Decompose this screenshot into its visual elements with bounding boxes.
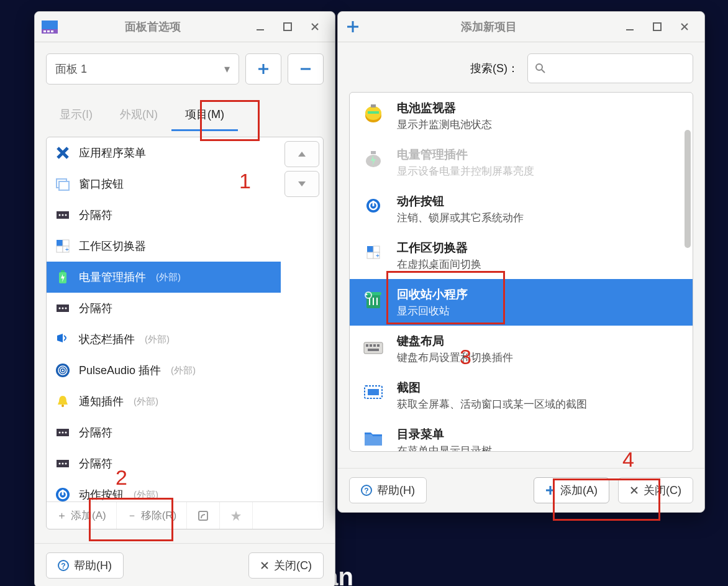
svg-rect-45 bbox=[653, 23, 661, 30]
svg-point-30 bbox=[59, 432, 61, 434]
available-item[interactable]: +工作区切换器在虚拟桌面间切换 bbox=[350, 232, 693, 279]
available-item[interactable]: 回收站小程序显示回收站 bbox=[350, 279, 693, 326]
list-item[interactable]: 窗口按钮 bbox=[47, 168, 281, 199]
svg-rect-14 bbox=[63, 240, 69, 246]
list-item[interactable]: 分隔符 bbox=[47, 417, 281, 448]
maximize-button[interactable] bbox=[644, 17, 671, 37]
close-label: 关闭(C) bbox=[644, 483, 681, 498]
items-frame: 应用程序菜单窗口按钮分隔符+工作区切换器电量管理插件(外部)分隔符状态栏插件(外… bbox=[46, 137, 324, 529]
svg-rect-52 bbox=[371, 151, 376, 154]
sep-icon bbox=[54, 455, 71, 472]
list-item[interactable]: 分隔符 bbox=[47, 293, 281, 324]
item-title: 回收站小程序 bbox=[397, 286, 468, 303]
close-label: 关闭(C) bbox=[274, 558, 312, 573]
panel-add-button[interactable] bbox=[245, 53, 281, 85]
plus-icon bbox=[258, 63, 269, 75]
list-item[interactable]: +工作区切换器 bbox=[47, 231, 281, 262]
svg-point-27 bbox=[62, 370, 64, 372]
item-label: 分隔符 bbox=[79, 301, 112, 316]
item-desc: 注销、锁屏或其它系统动作 bbox=[397, 211, 524, 225]
minimize-button[interactable] bbox=[616, 17, 644, 37]
add-label: 添加(A) bbox=[560, 483, 598, 498]
list-item[interactable]: PulseAudio 插件(外部) bbox=[47, 355, 281, 386]
items-list[interactable]: 应用程序菜单窗口按钮分隔符+工作区切换器电量管理插件(外部)分隔符状态栏插件(外… bbox=[47, 137, 281, 501]
batt-icon bbox=[361, 100, 386, 125]
move-up-button[interactable] bbox=[284, 141, 319, 167]
tab-appearance[interactable]: 外观(N) bbox=[106, 99, 171, 131]
svg-point-35 bbox=[62, 463, 64, 465]
workspace-icon: + bbox=[361, 240, 386, 265]
item-title: 工作区切换器 bbox=[397, 240, 481, 256]
tab-items[interactable]: 项目(M) bbox=[171, 99, 238, 131]
add-item-button[interactable]: ＋添加(A) bbox=[47, 502, 117, 529]
available-item[interactable]: 目录菜单在菜单中显示目录树 bbox=[350, 419, 693, 452]
minimize-button[interactable] bbox=[247, 17, 274, 37]
titlebar: 添加新项目 bbox=[338, 12, 704, 42]
add-new-item-window: 添加新项目 搜索(S)： 电池监视器显示并监测电池状态电量管理插件显示设备电量并… bbox=[337, 11, 705, 513]
available-items-list[interactable]: 电池监视器显示并监测电池状态电量管理插件显示设备电量并控制屏幕亮度动作按钮注销、… bbox=[349, 92, 693, 452]
available-item[interactable]: 电量管理插件显示设备电量并控制屏幕亮度 bbox=[350, 139, 693, 186]
list-item[interactable]: 电量管理插件(外部) bbox=[47, 262, 281, 293]
properties-button[interactable] bbox=[187, 502, 220, 529]
help-button[interactable]: ? 帮助(H) bbox=[349, 477, 427, 503]
available-item[interactable]: 电池监视器显示并监测电池状态 bbox=[350, 93, 693, 139]
close-icon bbox=[630, 486, 639, 495]
remove-item-button[interactable]: －移除(R) bbox=[117, 502, 188, 529]
list-item[interactable]: 分隔符 bbox=[47, 199, 281, 231]
item-label: 分隔符 bbox=[79, 456, 112, 471]
close-dialog-button[interactable]: 关闭(C) bbox=[618, 477, 693, 503]
svg-rect-71 bbox=[368, 389, 379, 395]
svg-rect-55 bbox=[373, 201, 375, 206]
remove-item-label: 移除(R) bbox=[141, 508, 177, 523]
close-button[interactable] bbox=[671, 17, 698, 37]
maximize-button[interactable] bbox=[274, 17, 301, 37]
panel-remove-button[interactable] bbox=[288, 53, 324, 85]
help-label: 帮助(H) bbox=[377, 483, 415, 498]
svg-rect-64 bbox=[364, 342, 383, 354]
available-item[interactable]: 键盘布局键盘布局设置和切换插件 bbox=[350, 326, 693, 372]
about-button[interactable] bbox=[220, 502, 253, 529]
panel-select[interactable]: 面板 1 ▾ bbox=[46, 53, 239, 85]
item-label: PulseAudio 插件 bbox=[79, 363, 161, 378]
item-label: 分隔符 bbox=[79, 208, 112, 222]
available-item[interactable]: 动作按钮注销、锁屏或其它系统动作 bbox=[350, 186, 693, 232]
scrollbar-thumb[interactable] bbox=[685, 130, 691, 248]
list-item[interactable]: 应用程序菜单 bbox=[47, 137, 281, 168]
search-input[interactable] bbox=[527, 53, 693, 83]
svg-rect-56 bbox=[367, 246, 373, 252]
svg-rect-2 bbox=[43, 30, 46, 32]
tabs: 显示(I) 外观(N) 项目(M) bbox=[46, 99, 324, 132]
svg-point-34 bbox=[59, 463, 61, 465]
help-label: 帮助(H) bbox=[74, 558, 112, 573]
item-label: 工作区切换器 bbox=[79, 239, 146, 254]
item-title: 键盘布局 bbox=[397, 333, 513, 349]
close-dialog-button[interactable]: 关闭(C) bbox=[248, 552, 324, 579]
svg-rect-5 bbox=[257, 29, 264, 30]
list-item[interactable]: 状态栏插件(外部) bbox=[47, 324, 281, 355]
svg-point-12 bbox=[65, 214, 67, 216]
item-ext: (外部) bbox=[171, 365, 196, 377]
item-title: 电池监视器 bbox=[397, 100, 492, 116]
help-button[interactable]: ? 帮助(H) bbox=[46, 552, 124, 579]
item-desc: 显示设备电量并控制屏幕亮度 bbox=[397, 164, 534, 178]
power-icon bbox=[361, 193, 386, 218]
item-ext: (外部) bbox=[134, 396, 158, 408]
close-button[interactable] bbox=[301, 17, 329, 37]
svg-point-21 bbox=[59, 308, 61, 309]
search-label: 搜索(S)： bbox=[470, 61, 519, 76]
add-button[interactable]: 添加(A) bbox=[534, 477, 609, 503]
list-item[interactable]: 分隔符 bbox=[47, 448, 281, 479]
window-title: 添加新项目 bbox=[362, 19, 616, 34]
svg-rect-4 bbox=[51, 30, 53, 32]
svg-rect-41 bbox=[199, 511, 207, 520]
status-icon bbox=[54, 331, 71, 348]
item-title: 截图 bbox=[397, 380, 587, 396]
list-item[interactable]: 动作按钮(外部) bbox=[47, 479, 281, 501]
available-item[interactable]: 截图获取全屏幕、活动窗口或某一区域的截图 bbox=[350, 372, 693, 419]
list-item[interactable]: 通知插件(外部) bbox=[47, 386, 281, 417]
item-label: 窗口按钮 bbox=[79, 176, 124, 191]
minus-icon bbox=[300, 63, 311, 75]
move-down-button[interactable] bbox=[284, 171, 319, 197]
tab-display[interactable]: 显示(I) bbox=[46, 99, 106, 131]
svg-point-46 bbox=[536, 64, 542, 70]
